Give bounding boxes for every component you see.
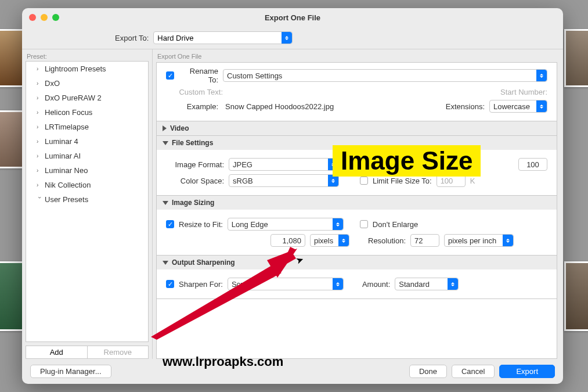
updown-icon <box>536 100 547 112</box>
extensions-select[interactable]: Lowercase <box>489 100 547 113</box>
disclosure-down-icon <box>163 141 168 145</box>
bg-thumb <box>564 29 588 87</box>
main-header: Export One File <box>156 53 557 62</box>
resize-label: Resize to Fit: <box>179 220 223 229</box>
preset-item-label: Lightroom Presets <box>45 64 106 73</box>
export-to-select[interactable]: Hard Drive <box>153 31 293 44</box>
preset-item-label: User Presets <box>45 195 88 204</box>
updown-icon <box>448 278 458 290</box>
preset-item-label: Luminar AI <box>45 152 81 160</box>
main-panel: Export One File Rename To: Custom Settin… <box>153 49 563 359</box>
preset-item-label: Luminar 4 <box>45 137 78 146</box>
chevron-right-icon: › <box>37 197 43 203</box>
chevron-right-icon: › <box>37 167 42 174</box>
settings-scroll[interactable]: Rename To: Custom Settings Custom Text: … <box>156 62 557 359</box>
updown-icon <box>333 278 343 290</box>
custom-text-label: Custom Text: <box>179 88 223 96</box>
cancel-button[interactable]: Cancel <box>452 365 495 378</box>
extensions-label: Extensions: <box>446 102 485 111</box>
preset-item[interactable]: ›Luminar 4 <box>26 134 148 149</box>
disclosure-down-icon <box>163 201 168 205</box>
titlebar: Export One File <box>22 8 563 27</box>
updown-icon <box>282 32 292 44</box>
amount-select[interactable]: Standard <box>395 278 459 290</box>
annotation-highlight: Image Size <box>333 145 481 177</box>
rename-checkbox[interactable] <box>166 71 174 80</box>
dimension-unit-select[interactable]: pixels <box>310 234 349 247</box>
resolution-label: Resolution: <box>368 236 406 245</box>
preset-item-label: Helicon Focus <box>45 108 92 117</box>
preset-item-label: LRTimelapse <box>45 123 89 131</box>
chevron-right-icon: › <box>37 66 42 72</box>
resize-mode-select[interactable]: Long Edge <box>228 218 344 231</box>
preset-item[interactable]: ›User Presets <box>26 192 148 207</box>
preset-list[interactable]: ›Lightroom Presets›DxO›DxO PureRAW 2›Hel… <box>26 61 149 342</box>
rename-to-label: Rename To: <box>179 67 218 84</box>
video-panel-header[interactable]: Video <box>157 121 557 135</box>
preset-item[interactable]: ›DxO PureRAW 2 <box>26 91 148 105</box>
amount-label: Amount: <box>362 280 390 289</box>
chevron-right-icon: › <box>37 153 42 159</box>
updown-icon <box>328 175 338 186</box>
preset-item[interactable]: ›LRTimelapse <box>26 120 148 134</box>
sharpen-checkbox[interactable] <box>166 280 174 288</box>
limit-filesize-label: Limit File Size To: <box>373 177 432 185</box>
updown-icon <box>503 235 513 246</box>
limit-unit: K <box>470 177 475 185</box>
sharpen-for-select[interactable]: Screen <box>228 278 344 290</box>
export-to-label: Export To: <box>115 34 149 42</box>
preset-item-label: DxO PureRAW 2 <box>45 93 102 102</box>
preset-item-label: DxO <box>45 79 60 88</box>
dimension-input[interactable]: 1,080 <box>270 234 305 247</box>
preset-item[interactable]: ›DxO <box>26 76 148 91</box>
plugin-manager-button[interactable]: Plug-in Manager... <box>30 365 111 378</box>
preset-item[interactable]: ›Luminar AI <box>26 149 148 163</box>
preset-item[interactable]: ›Luminar Neo <box>26 163 148 178</box>
window-title: Export One File <box>22 13 563 22</box>
rename-template-select[interactable]: Custom Settings <box>223 69 547 82</box>
export-button[interactable]: Export <box>499 365 555 378</box>
bg-thumb <box>564 261 588 331</box>
add-preset-button[interactable]: Add <box>26 346 88 359</box>
sharpen-for-label: Sharpen For: <box>179 280 223 289</box>
preset-item-label: Luminar Neo <box>45 166 88 175</box>
updown-icon <box>333 218 343 230</box>
resolution-input[interactable]: 72 <box>410 234 439 247</box>
export-dialog: Export One File Export To: Hard Drive Pr… <box>22 8 563 384</box>
chevron-right-icon: › <box>37 95 42 101</box>
chevron-right-icon: › <box>37 124 42 130</box>
preset-item[interactable]: ›Nik Collection <box>26 178 148 192</box>
resize-checkbox[interactable] <box>166 220 174 228</box>
preset-sidebar: Preset: ›Lightroom Presets›DxO›DxO PureR… <box>22 49 153 359</box>
example-filename: Snow Capped Hoodoos2022.jpg <box>223 102 441 111</box>
chevron-right-icon: › <box>37 138 42 145</box>
remove-preset-button: Remove <box>88 346 149 359</box>
chevron-right-icon: › <box>37 109 42 116</box>
watermark-text: www.lrproapks.com <box>163 354 283 369</box>
bg-thumb <box>0 261 24 331</box>
done-button[interactable]: Done <box>409 365 447 378</box>
limit-filesize-checkbox[interactable] <box>360 177 368 185</box>
disclosure-down-icon <box>163 261 168 265</box>
preset-item[interactable]: ›Lightroom Presets <box>26 62 148 76</box>
bg-thumb <box>0 110 24 168</box>
resolution-unit-select[interactable]: pixels per inch <box>444 234 514 247</box>
image-sizing-header[interactable]: Image Sizing <box>157 196 557 210</box>
chevron-right-icon: › <box>37 80 42 87</box>
updown-icon <box>338 235 349 246</box>
dont-enlarge-checkbox[interactable] <box>360 220 368 228</box>
disclosure-right-icon <box>163 125 167 131</box>
quality-input[interactable]: 100 <box>518 158 547 171</box>
chevron-right-icon: › <box>37 182 42 188</box>
preset-header: Preset: <box>22 49 152 61</box>
output-sharpening-header[interactable]: Output Sharpening <box>157 256 557 269</box>
preset-item-label: Nik Collection <box>45 181 91 189</box>
example-label: Example: <box>179 102 218 111</box>
color-space-label: Color Space: <box>166 177 224 185</box>
image-format-label: Image Format: <box>166 160 224 169</box>
image-format-select[interactable]: JPEG <box>229 158 339 171</box>
bg-thumb <box>0 29 24 87</box>
dont-enlarge-label: Don't Enlarge <box>373 220 418 229</box>
preset-item[interactable]: ›Helicon Focus <box>26 105 148 120</box>
color-space-select[interactable]: sRGB <box>229 174 339 187</box>
